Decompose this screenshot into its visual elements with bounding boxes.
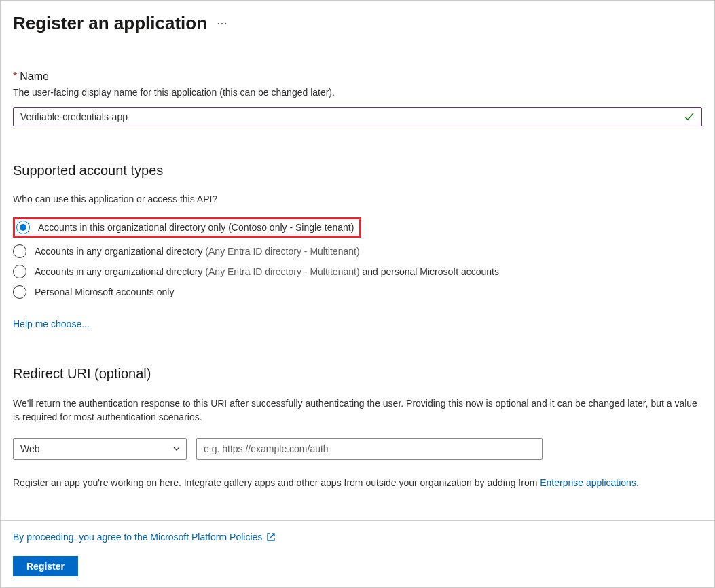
page-title: Register an application bbox=[13, 13, 207, 34]
redirect-uri-description: We'll return the authentication response… bbox=[13, 397, 702, 424]
account-types-heading: Supported account types bbox=[13, 163, 702, 179]
help-me-choose-link[interactable]: Help me choose... bbox=[13, 318, 90, 329]
account-type-option-0[interactable]: Accounts in this organizational director… bbox=[13, 214, 702, 241]
highlighted-option: Accounts in this organizational director… bbox=[13, 217, 361, 238]
radio-icon[interactable] bbox=[16, 221, 30, 234]
account-types-sublabel: Who can use this application or access t… bbox=[13, 194, 702, 204]
required-asterisk: * bbox=[13, 71, 17, 82]
account-type-option-2[interactable]: Accounts in any organizational directory… bbox=[13, 261, 702, 282]
radio-label: Accounts in any organizational directory… bbox=[35, 266, 499, 277]
platform-value: Web bbox=[20, 443, 40, 454]
radio-label: Accounts in this organizational director… bbox=[38, 222, 354, 233]
radio-icon[interactable] bbox=[13, 285, 26, 299]
platform-policies-link[interactable]: By proceeding, you agree to the Microsof… bbox=[13, 532, 262, 543]
register-note: Register an app you're working on here. … bbox=[13, 477, 702, 488]
account-type-option-3[interactable]: Personal Microsoft accounts only bbox=[13, 282, 702, 302]
radio-label: Personal Microsoft accounts only bbox=[35, 287, 174, 297]
name-input-wrap[interactable] bbox=[13, 107, 702, 126]
name-label-text: Name bbox=[20, 71, 49, 82]
account-type-option-1[interactable]: Accounts in any organizational directory… bbox=[13, 241, 702, 261]
radio-icon[interactable] bbox=[13, 265, 26, 278]
more-icon[interactable]: ⋯ bbox=[217, 17, 229, 30]
radio-icon[interactable] bbox=[13, 244, 26, 258]
redirect-uri-input[interactable] bbox=[196, 438, 543, 460]
radio-label: Accounts in any organizational directory… bbox=[35, 246, 360, 257]
account-types-radio-group: Accounts in this organizational director… bbox=[13, 214, 702, 302]
chevron-down-icon bbox=[172, 445, 181, 453]
name-description: The user-facing display name for this ap… bbox=[13, 87, 702, 98]
enterprise-applications-link[interactable]: Enterprise applications. bbox=[540, 477, 639, 488]
name-input[interactable] bbox=[20, 111, 680, 122]
register-note-pre: Register an app you're working on here. … bbox=[13, 477, 540, 488]
external-link-icon bbox=[266, 532, 276, 542]
checkmark-icon bbox=[684, 111, 695, 122]
redirect-uri-heading: Redirect URI (optional) bbox=[13, 366, 702, 382]
register-button[interactable]: Register bbox=[13, 556, 78, 576]
platform-select[interactable]: Web bbox=[13, 438, 187, 460]
name-label: *Name bbox=[13, 71, 702, 83]
